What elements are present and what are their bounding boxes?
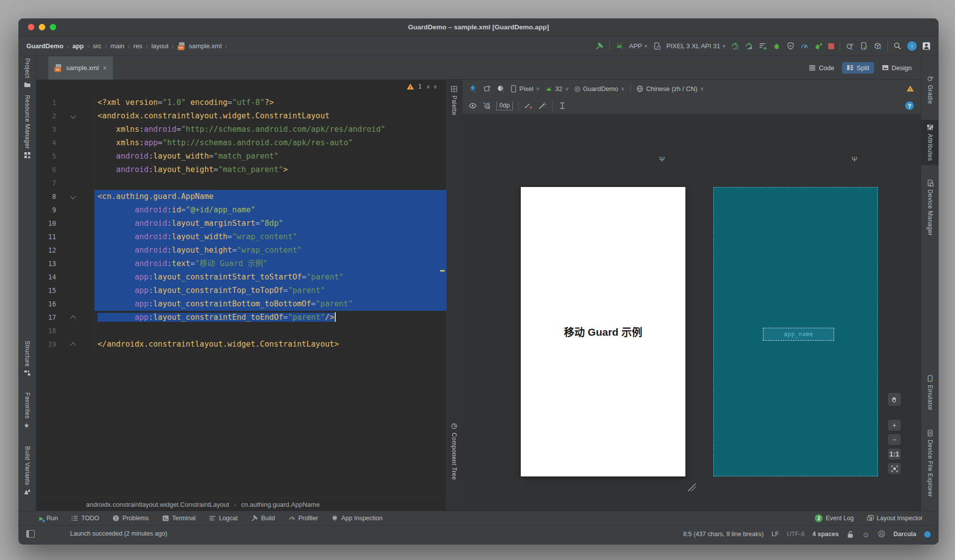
minimize-window-button[interactable] [39,24,45,30]
code-line[interactable]: 15 app:layout_constraintTop_toTopOf="par… [36,284,446,297]
build-hammer-icon[interactable] [595,42,604,50]
mode-split[interactable]: Split [842,62,873,74]
device-select[interactable]: Pixel ∨ [510,85,540,93]
code-line[interactable]: 1<?xml version="1.0" encoding="utf-8"?> [36,96,446,109]
code-editor[interactable]: ! 1 ∧∨ 1<?xml version="1.0" encoding="ut… [36,80,446,497]
toolwindow-app-inspection[interactable]: App Inspection [331,515,382,522]
user-avatar[interactable] [922,42,931,50]
mode-design[interactable]: Design [882,64,912,72]
code-line[interactable]: 9 android:id="@+id/app_name" [36,203,446,217]
code-line[interactable]: 8<cn.authing.guard.AppName [36,190,446,203]
code-line[interactable]: 19</androidx.constraintlayout.widget.Con… [36,338,446,351]
tool-stripes-toggle-icon[interactable] [26,530,35,538]
breadcrumb-constraintlayout[interactable]: androidx.constraintlayout.widget.Constra… [86,501,229,508]
inspection-widget[interactable]: ! 1 ∧∨ [407,83,440,90]
sidebar-item-project[interactable]: Project [18,58,36,88]
sidebar-item-device-manager[interactable]: Device Manager [921,180,939,236]
indent-setting[interactable]: 4 spaces [812,531,839,538]
design-surface-icon[interactable] [469,85,477,93]
breadcrumb-appname[interactable]: cn.authing.guard.AppName [241,501,320,508]
sad-face-icon[interactable]: ☹ [878,530,886,539]
toolwindow-build[interactable]: Build [251,515,275,522]
render-warning-icon[interactable]: ! [907,86,914,92]
code-line[interactable]: 17 app:layout_constraintEnd_toEndOf="par… [36,311,446,324]
toolwindow-profiler[interactable]: Profiler [288,515,318,522]
toolwindow-todo[interactable]: TODO [71,515,99,522]
code-line[interactable]: 18 [36,324,446,338]
code-line[interactable]: 11 android:layout_width="wrap_content" [36,230,446,244]
file-encoding[interactable]: UTF-8 [787,531,804,538]
code-line[interactable]: 6 android:layout_height="match_parent"> [36,163,446,177]
code-line[interactable]: 10 android:layout_marginStart="8dp" [36,217,446,230]
fold-gutter[interactable] [61,190,95,203]
tab-component-tree[interactable]: Component Tree [447,423,462,480]
breadcrumb-file[interactable]: sample.xml [189,42,222,50]
default-margin-field[interactable]: 0dp [496,101,513,110]
toolwindow-run[interactable]: ▶ Run [39,515,58,522]
zoom-to-fit-icon[interactable] [888,463,901,474]
gradle-sync-icon[interactable] [846,42,854,50]
breadcrumb-project[interactable]: GuardDemo [26,42,63,50]
sidebar-item-device-file-explorer[interactable]: Device File Explorer [921,430,939,497]
pan-hand-icon[interactable] [888,393,901,406]
theme-select[interactable]: ◎ GuardDemo ∨ [574,85,625,93]
apply-changes-icon[interactable]: A [745,42,753,50]
tab-sample-xml[interactable]: <> sample.xml × [48,56,113,80]
sidebar-item-gradle[interactable]: Gradle [921,75,939,104]
target-device-select[interactable]: PIXEL 3 XL API 31 ▾ [667,42,725,50]
search-icon[interactable] [893,42,902,50]
blueprint-preview[interactable]: app_name [713,187,878,476]
breadcrumb-app[interactable]: app [72,42,84,50]
screen-share-indicator[interactable] [924,531,931,538]
update-available-icon[interactable]: ↑ [907,41,917,51]
view-options-eye-icon[interactable] [469,101,477,110]
code-line[interactable]: 12 android:layout_height="wrap_content" [36,244,446,257]
sidebar-item-build-variants[interactable]: Build Variants [18,446,36,495]
sidebar-item-emulator[interactable]: Emulator [921,375,939,410]
debug-icon[interactable] [772,42,781,50]
title-bar[interactable]: GuardDemo – sample.xml [GuardDemo.app] [18,18,939,36]
theme-name[interactable]: Darcula [893,531,916,538]
attach-debugger-icon[interactable] [814,42,823,50]
api-level-select[interactable]: 32 ∨ [545,85,569,93]
breadcrumb-layout[interactable]: layout [151,42,169,50]
toolwindow-layout-inspector[interactable]: Layout Inspector [867,515,923,522]
sidebar-item-favorites[interactable]: Favorites ★ [18,392,36,429]
night-mode-icon[interactable] [496,85,505,93]
toolwindow-logcat[interactable]: Logcat [209,515,238,522]
sidebar-item-structure[interactable]: Structure [18,341,36,376]
sdk-manager-icon[interactable] [873,42,882,50]
run-icon[interactable] [731,42,739,50]
prev-issue-icon[interactable]: ∧ [426,84,433,90]
close-tab-icon[interactable]: × [103,64,107,72]
profile-app-icon[interactable] [786,42,795,50]
toolwindow-event-log[interactable]: 2 Event Log [815,514,854,522]
code-line[interactable]: 16 app:layout_constraintBottom_toBottomO… [36,297,446,311]
line-separator[interactable]: LF [771,531,779,538]
apply-code-changes-icon[interactable] [759,42,767,50]
happy-face-icon[interactable]: ☺ [862,530,869,539]
mode-code[interactable]: Code [809,64,834,72]
resize-grip[interactable] [688,483,696,491]
locale-select[interactable]: Chinese (zh / CN) ∨ [636,85,704,93]
run-config-select[interactable]: APP ▾ [629,42,647,50]
profiler-gauge-icon[interactable] [800,42,809,50]
code-line[interactable]: 13 android:text="移动 Guard 示例" [36,257,446,271]
zoom-in-button[interactable]: + [888,420,901,431]
toolwindow-terminal[interactable]: Terminal [162,515,195,522]
next-issue-icon[interactable]: ∨ [433,84,440,90]
zoom-out-button[interactable]: − [888,434,901,445]
zoom-window-button[interactable] [50,24,56,30]
design-preview[interactable]: 移动 Guard 示例 [521,187,685,476]
device-manager-icon[interactable] [860,42,868,50]
code-line[interactable]: 14 app:layout_constraintStart_toStartOf=… [36,271,446,284]
fold-gutter[interactable] [61,338,95,351]
orientation-icon[interactable] [482,85,491,93]
blueprint-app-name-widget[interactable]: app_name [763,328,834,341]
unlocked-icon[interactable] [847,531,854,538]
help-icon[interactable]: ? [905,101,914,110]
breadcrumb-src[interactable]: src [93,42,101,50]
tab-palette[interactable]: Palette [447,86,462,115]
sidebar-item-attributes[interactable]: Attributes [921,120,939,165]
code-line[interactable]: 5 android:layout_width="match_parent" [36,150,446,163]
